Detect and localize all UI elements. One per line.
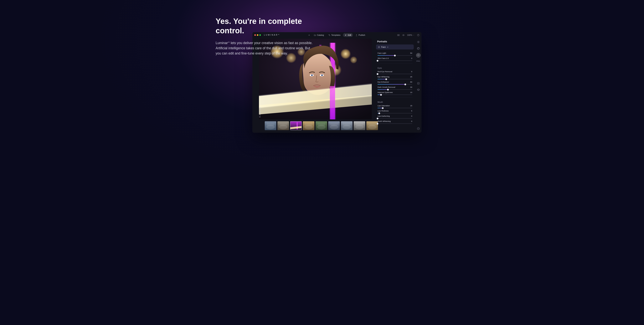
slider-lips-redness[interactable]: Lips Redness5 xyxy=(377,109,413,114)
rail-creative[interactable] xyxy=(417,47,420,50)
slider-eye-enhancer[interactable]: Eye Enhancer80 xyxy=(377,80,413,86)
nav-publish[interactable]: Publish xyxy=(354,33,367,37)
slider-track[interactable] xyxy=(378,78,412,80)
svg-point-0 xyxy=(346,34,346,35)
slider-knob[interactable] xyxy=(380,94,382,96)
slider-value: 15 xyxy=(410,104,412,107)
filmstrip-thumb[interactable] xyxy=(290,121,302,130)
svg-point-21 xyxy=(322,75,322,76)
slider-track[interactable] xyxy=(378,60,412,62)
tool-face-ai[interactable]: Face AI xyxy=(376,44,414,50)
smile-icon xyxy=(417,54,420,57)
slider-label: Lips Darkening xyxy=(378,115,390,117)
svg-point-55 xyxy=(379,47,379,47)
slider-label: Teeth Whitening xyxy=(378,120,391,122)
nav-templates[interactable]: Templates xyxy=(326,33,342,37)
slider-label: Improve Eyebrows xyxy=(378,91,393,94)
slider-value: 25 xyxy=(410,76,412,78)
panel-divider xyxy=(377,63,412,64)
slider-improve-eyebrows[interactable]: Improve Eyebrows10 xyxy=(377,91,413,96)
svg-rect-46 xyxy=(343,123,350,126)
slider-knob[interactable] xyxy=(404,84,406,85)
panel-title: Portraits xyxy=(376,40,414,44)
nav-edit[interactable]: Edit xyxy=(343,33,353,37)
slider-track[interactable] xyxy=(378,112,412,114)
slider-value: 0 xyxy=(411,57,412,59)
svg-point-4 xyxy=(403,35,404,36)
slider-value: 0 xyxy=(411,115,412,117)
zoom-value: 100% xyxy=(407,34,412,36)
slider-red-eye-removal[interactable]: Red Eye Removal0 xyxy=(377,70,413,75)
slider-knob[interactable] xyxy=(382,107,384,109)
filmstrip-thumb[interactable] xyxy=(341,121,352,130)
slider-value: 0 xyxy=(411,70,412,72)
svg-point-56 xyxy=(418,42,419,42)
filmstrip-thumb[interactable] xyxy=(316,121,327,130)
slider-slim-face-2-0[interactable]: Slim Face 2.00 xyxy=(377,56,413,62)
rail-layers[interactable] xyxy=(417,88,420,92)
svg-rect-25 xyxy=(330,86,335,119)
help-button[interactable] xyxy=(417,34,420,36)
rail-local-masking[interactable] xyxy=(417,82,420,85)
slider-knob[interactable] xyxy=(377,118,378,119)
tool-rail: PRO xyxy=(415,38,422,133)
help-icon xyxy=(417,34,420,36)
thumb-image xyxy=(303,121,314,130)
filmstrip-thumb[interactable] xyxy=(265,121,276,130)
svg-point-57 xyxy=(418,48,418,48)
slider-track[interactable] xyxy=(378,122,412,125)
zoom-dropdown[interactable]: 100% xyxy=(407,34,414,36)
filmstrip-thumb[interactable] xyxy=(278,121,289,130)
slider-track[interactable] xyxy=(378,117,412,120)
history-icon xyxy=(417,127,420,130)
slider-knob[interactable] xyxy=(387,89,389,90)
filmstrip-thumb[interactable] xyxy=(303,121,314,130)
chevron-down-icon xyxy=(413,34,414,36)
svg-point-54 xyxy=(379,47,379,47)
slider-label: Face Light xyxy=(378,52,386,54)
slider-face-light[interactable]: Face Light50 xyxy=(377,52,413,56)
slider-eye-whitening[interactable]: Eye Whitening25 xyxy=(377,75,413,80)
slider-knob[interactable] xyxy=(378,112,380,114)
thumb-image xyxy=(290,121,302,130)
slider-teeth-whitening[interactable]: Teeth Whitening0 xyxy=(377,120,413,125)
slider-value: 0 xyxy=(411,120,412,122)
slider-track[interactable] xyxy=(378,83,412,86)
slider-track[interactable] xyxy=(378,107,412,109)
slider-track[interactable] xyxy=(378,73,412,75)
filmstrip-thumb[interactable] xyxy=(354,121,365,130)
rail-history[interactable] xyxy=(417,127,420,130)
slider-value: 30 xyxy=(410,86,412,88)
slider-lips-darkening[interactable]: Lips Darkening0 xyxy=(377,114,413,120)
compare-toggle[interactable] xyxy=(397,34,400,36)
slider-knob[interactable] xyxy=(377,123,378,124)
slider-knob[interactable] xyxy=(394,55,396,56)
slider-track[interactable] xyxy=(378,54,412,56)
rail-essentials[interactable] xyxy=(417,40,420,44)
svg-rect-3 xyxy=(398,34,399,36)
nav-label: Edit xyxy=(348,34,351,36)
filmstrip-thumb[interactable] xyxy=(328,121,340,130)
nav-label: Publish xyxy=(358,34,365,36)
slider-lips-saturation[interactable]: Lips Saturation15 xyxy=(377,104,413,109)
preview-toggle[interactable] xyxy=(402,34,405,36)
hero-title: Yes. You're in complete control. xyxy=(216,16,320,36)
slider-knob[interactable] xyxy=(377,73,378,75)
rail-pro[interactable]: PRO xyxy=(416,60,420,62)
slider-value: 80 xyxy=(410,81,412,83)
svg-point-60 xyxy=(417,54,419,56)
filmstrip-thumb[interactable] xyxy=(366,121,378,130)
svg-rect-52 xyxy=(368,123,376,126)
slider-dark-circels-removal[interactable]: Dark Circels Removal30 xyxy=(377,86,413,91)
split-view-icon xyxy=(397,34,400,36)
slider-knob[interactable] xyxy=(386,78,387,80)
slider-label: Lips Saturation xyxy=(378,104,390,107)
section-label: Eyes xyxy=(377,65,413,70)
sun-icon xyxy=(417,40,420,44)
thumb-image xyxy=(341,121,352,130)
slider-track[interactable] xyxy=(378,88,412,91)
slider-track[interactable] xyxy=(378,94,412,96)
svg-point-62 xyxy=(418,55,419,55)
slider-knob[interactable] xyxy=(377,60,378,62)
rail-portrait[interactable] xyxy=(416,53,420,57)
